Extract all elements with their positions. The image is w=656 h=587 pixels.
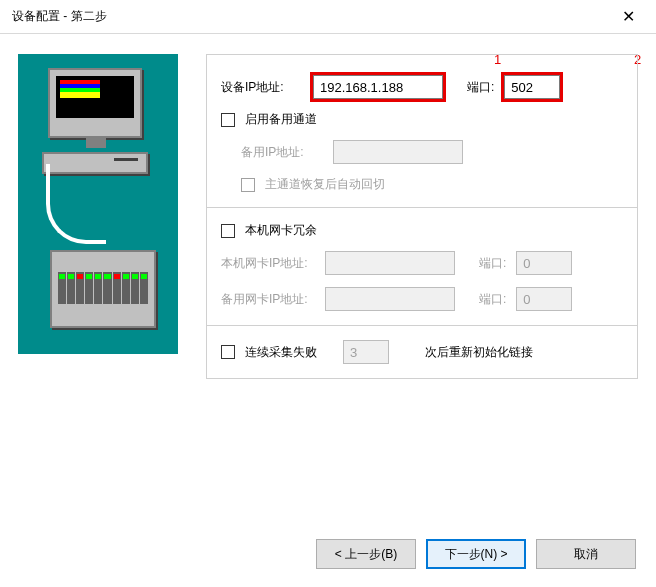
enable-backup-label: 启用备用通道 (245, 111, 317, 128)
backup-nic-ip-label: 备用网卡IP地址: (221, 291, 315, 308)
enable-backup-checkbox[interactable] (221, 113, 235, 127)
auto-switch-label: 主通道恢复后自动回切 (265, 176, 385, 193)
primary-nic-ip-label: 本机网卡IP地址: (221, 255, 315, 272)
port-input[interactable] (504, 75, 560, 99)
retry-count-input (343, 340, 389, 364)
cancel-button[interactable]: 取消 (536, 539, 636, 569)
wizard-illustration (18, 54, 178, 354)
settings-group: 设备IP地址: 端口: 启用备用通道 备用IP地址: 主通道恢复后自动回切 (206, 54, 638, 379)
retry-label: 连续采集失败 (245, 344, 317, 361)
nic-redundancy-label: 本机网卡冗余 (245, 222, 317, 239)
retry-checkbox[interactable] (221, 345, 235, 359)
close-icon[interactable]: ✕ (608, 3, 648, 31)
retry-tail-label: 次后重新初始化链接 (425, 344, 533, 361)
nic-redundancy-checkbox[interactable] (221, 224, 235, 238)
button-bar: < 上一步(B) 下一步(N) > 取消 (316, 539, 636, 569)
auto-switch-checkbox (241, 178, 255, 192)
device-ip-input[interactable] (313, 75, 443, 99)
window-title: 设备配置 - 第二步 (12, 8, 107, 25)
backup-ip-label: 备用IP地址: (241, 144, 323, 161)
back-button[interactable]: < 上一步(B) (316, 539, 416, 569)
titlebar: 设备配置 - 第二步 ✕ (0, 0, 656, 34)
backup-ip-input (333, 140, 463, 164)
backup-nic-port-label: 端口: (479, 291, 506, 308)
primary-nic-ip-input (325, 251, 455, 275)
device-ip-label: 设备IP地址: (221, 79, 303, 96)
form-panel: 1 2 设备IP地址: 端口: 启用备用通道 备用IP地址: (206, 54, 638, 379)
dialog-window: 设备配置 - 第二步 ✕ 1 2 设备IP地址: 端口: (0, 0, 656, 587)
primary-nic-port-label: 端口: (479, 255, 506, 272)
port-label: 端口: (467, 79, 494, 96)
backup-nic-ip-input (325, 287, 455, 311)
next-button[interactable]: 下一步(N) > (426, 539, 526, 569)
backup-nic-port-input (516, 287, 572, 311)
primary-nic-port-input (516, 251, 572, 275)
